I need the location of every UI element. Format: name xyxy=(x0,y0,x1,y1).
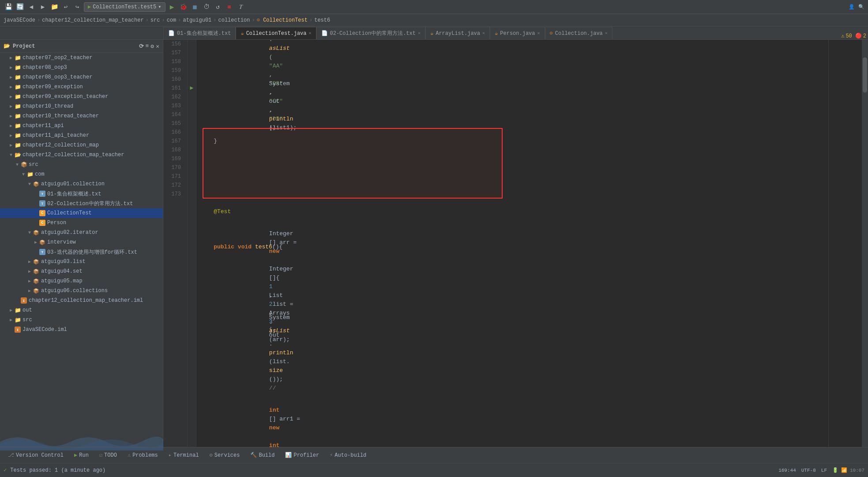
coverage-button[interactable]: ▦ xyxy=(190,2,200,12)
status-tab-run[interactable]: ▶ Run xyxy=(70,449,93,462)
recent-btn[interactable]: 📁 xyxy=(49,2,59,12)
code-lines[interactable]: List list1 = Arrays . asList ( "AA" , "B… xyxy=(196,40,828,447)
tab-close-collectiontest[interactable]: ✕ xyxy=(308,31,311,36)
sidebar-icon-settings[interactable]: ⚙ xyxy=(150,43,154,50)
tab-close-person[interactable]: ✕ xyxy=(537,31,540,36)
tab-close-txt2[interactable]: ✕ xyxy=(418,31,421,36)
status-tab-profiler[interactable]: 📊 Profiler xyxy=(281,449,323,462)
search-icon[interactable]: 🔍 xyxy=(858,4,864,10)
sidebar-item-chapter09t[interactable]: ▶ 📁 chapter09_exception_teacher xyxy=(0,92,163,101)
sidebar-item-chapter09[interactable]: ▶ 📁 chapter09_exception xyxy=(0,82,163,92)
breadcrumb-collectiontest[interactable]: ⊙ CollectionTest xyxy=(257,17,308,23)
sidebar-item-iml[interactable]: ▶ I chapter12_collection_map_teacher.iml xyxy=(0,296,163,305)
sidebar-item-chapter08t[interactable]: ▶ 📁 chapter08_oop3_teacher xyxy=(0,72,163,82)
services-icon: ⚙ xyxy=(210,452,213,458)
tab-close-collection[interactable]: ✕ xyxy=(605,31,608,36)
tab-java-collectiontest[interactable]: ☕ CollectionTest.java ✕ xyxy=(236,27,316,39)
sidebar-icon-refresh[interactable]: ⟳ xyxy=(139,43,144,50)
sync-icon[interactable]: 🔄 xyxy=(15,2,25,12)
scrollbar-thumb[interactable] xyxy=(863,57,867,93)
sidebar-item-chapter11t[interactable]: ▶ 📁 chapter11_api_teacher xyxy=(0,131,163,140)
status-tab-todo[interactable]: ☑ TODO xyxy=(95,449,121,462)
sidebar-item-atguigu01[interactable]: ▼ 📦 atguigu01.collection xyxy=(0,179,163,189)
arrow-chapter09: ▶ xyxy=(8,84,14,90)
tab-person[interactable]: ☕ Person.java ✕ xyxy=(490,27,545,39)
breadcrumb-collection[interactable]: collection xyxy=(218,17,250,23)
tab-close-arraylist[interactable]: ✕ xyxy=(482,31,485,36)
status-tab-version-control-label: Version Control xyxy=(16,452,64,458)
breadcrumb-src[interactable]: src xyxy=(150,17,160,23)
sidebar-item-chapter10[interactable]: ▶ 📁 chapter10_thread xyxy=(0,101,163,111)
sidebar-item-src2[interactable]: ▶ 📁 src xyxy=(0,315,163,325)
sidebar-item-file02[interactable]: ▶ T 02-Collection中的常用方法.txt xyxy=(0,199,163,208)
line-num-166: 166 xyxy=(163,128,184,137)
sidebar-item-chapter12[interactable]: ▶ 📁 chapter12_collection_map xyxy=(0,140,163,150)
tab-arraylist[interactable]: ☕ ArrayList.java ✕ xyxy=(425,27,490,39)
status-tab-problems[interactable]: ⚠ Problems xyxy=(123,449,162,462)
sidebar-item-chapter07[interactable]: ▶ 📁 chapter07_oop2_teacher xyxy=(0,53,163,63)
sidebar-icon-close[interactable]: ✕ xyxy=(156,43,159,50)
folder-icon-chapter12: 📁 xyxy=(14,142,21,149)
sidebar-item-atguigu04[interactable]: ▶ 📦 atguigu04.set xyxy=(0,267,163,276)
breadcrumb-test6[interactable]: test6 xyxy=(314,17,330,23)
tab-collection[interactable]: ⊙ Collection.java ✕ xyxy=(545,27,612,39)
sidebar-item-collectiontest[interactable]: ▶ C CollectionTest xyxy=(0,208,163,218)
back-btn[interactable]: ◀ xyxy=(26,2,36,12)
status-tab-version-control[interactable]: ⎇ Version Control xyxy=(4,449,68,462)
gutter-161[interactable]: ▶ xyxy=(188,84,196,93)
run-config-dropdown[interactable]: ▶ CollectionTest.test5 ▾ xyxy=(84,2,165,12)
sidebar-item-atguigu06[interactable]: ▶ 📦 atguigu06.collections xyxy=(0,286,163,296)
save-icon[interactable]: 💾 xyxy=(4,2,13,12)
sidebar-item-chapter10t[interactable]: ▶ 📁 chapter10_thread_teacher xyxy=(0,111,163,121)
code-content[interactable]: List list1 = Arrays . asList ( "AA" , "B… xyxy=(196,40,828,447)
navigate-icon[interactable]: ↩ xyxy=(61,2,71,12)
sidebar-item-com[interactable]: ▼ 📁 com xyxy=(0,169,163,179)
tab-txt1[interactable]: 📄 01-集合框架概述.txt xyxy=(163,27,236,39)
javasecode-iml-icon: I xyxy=(14,326,21,333)
sidebar-item-javasecode-iml[interactable]: ▶ I JavaSECode.iml xyxy=(0,325,163,334)
stop-button[interactable]: ■ xyxy=(225,2,234,12)
debug-button[interactable]: 🐞 xyxy=(179,2,188,12)
title-bar: 💾 🔄 ◀ ▶ 📁 ↩ ↪ ▶ CollectionTest.test5 ▾ ▶… xyxy=(0,0,868,14)
main-layout: 📂 Project ⟳ ≡ ⚙ ✕ ▶ 📁 chapter07_oop2_tea… xyxy=(0,40,868,447)
sidebar-item-atguigu05[interactable]: ▶ 📦 atguigu05.map xyxy=(0,276,163,286)
sidebar-item-chapter12t[interactable]: ▼ 📂 chapter12_collection_map_teacher xyxy=(0,150,163,160)
sidebar-item-chapter11[interactable]: ▶ 📁 chapter11_api xyxy=(0,121,163,131)
sidebar-item-person[interactable]: ▶ C Person xyxy=(0,218,163,228)
gutter-169 xyxy=(188,154,196,163)
tab-txt2[interactable]: 📄 02-Collection中的常用方法.txt ✕ xyxy=(316,27,425,39)
breadcrumb-atguigu01[interactable]: atguigu01 xyxy=(183,17,211,23)
sidebar-item-interview[interactable]: ▶ 📦 interview xyxy=(0,237,163,247)
status-tab-auto-build[interactable]: ⚡ Auto-build xyxy=(325,449,371,462)
arrow-chapter10t: ▶ xyxy=(8,113,14,119)
run-button[interactable]: ▶ xyxy=(167,2,177,12)
label-atguigu01: atguigu01.collection xyxy=(41,181,105,187)
sidebar-item-atguigu03[interactable]: ▶ 📦 atguigu03.list xyxy=(0,257,163,267)
label-atguigu06: atguigu06.collections xyxy=(41,288,108,294)
breadcrumb-javaSECode[interactable]: javaSECode xyxy=(4,17,35,23)
label-atguigu05: atguigu05.map xyxy=(41,278,83,284)
forward-btn[interactable]: ▶ xyxy=(38,2,48,12)
reload-button[interactable]: ↺ xyxy=(213,2,223,12)
navigate-forward-icon[interactable]: ↪ xyxy=(72,2,82,12)
label-src: src xyxy=(29,162,38,168)
sidebar-item-file03[interactable]: ▶ T 03-迭代器的使用与增强for循环.txt xyxy=(0,247,163,257)
status-tab-services[interactable]: ⚙ Services xyxy=(205,449,244,462)
sidebar-item-src[interactable]: ▼ 📦 src xyxy=(0,160,163,169)
translate-button[interactable]: 𝑇 xyxy=(236,2,246,12)
gutter-170 xyxy=(188,163,196,172)
breadcrumb-com[interactable]: com xyxy=(167,17,177,23)
sidebar-item-out[interactable]: ▶ 📁 out xyxy=(0,305,163,315)
editor-area[interactable]: 156 157 158 159 160 161 162 163 164 165 … xyxy=(163,40,868,447)
sidebar-item-atguigu02[interactable]: ▼ 📦 atguigu02.iterator xyxy=(0,228,163,237)
profile-button[interactable]: ⏱ xyxy=(202,2,211,12)
package-icon-atguigu01: 📦 xyxy=(33,180,40,188)
sidebar-item-chapter08[interactable]: ▶ 📁 chapter08_oop3 xyxy=(0,63,163,72)
vertical-scrollbar[interactable] xyxy=(862,40,868,447)
status-tab-build[interactable]: 🔨 Build xyxy=(246,449,279,462)
sidebar-icon-collapse[interactable]: ≡ xyxy=(146,43,149,50)
profiler-icon: 📊 xyxy=(285,452,292,458)
status-tab-terminal[interactable]: ▸ Terminal xyxy=(164,449,203,462)
sidebar-item-file01[interactable]: ▶ T 01-集合框架概述.txt xyxy=(0,189,163,199)
breadcrumb-chapter12[interactable]: chapter12_collection_map_teacher xyxy=(42,17,143,23)
